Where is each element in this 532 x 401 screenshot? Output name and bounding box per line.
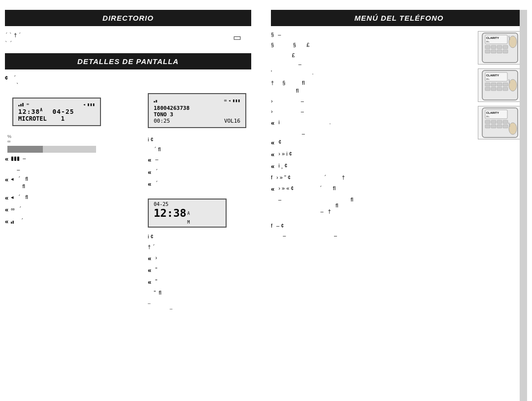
menu-content: § – § § £ £ – ' [271, 31, 473, 238]
svg-rect-14 [503, 45, 508, 49]
sub1-text: i ¸ ¢ [277, 162, 287, 171]
step2-text: § fl fl [276, 79, 304, 95]
svg-rect-3 [11, 222, 12, 224]
svg-text:22+: 22+ [486, 115, 490, 118]
standby-note1: › [154, 254, 157, 263]
battery-desc: ▮▮▮ – [11, 155, 26, 164]
battery-note: – [5, 167, 135, 172]
end-notes: – – [148, 301, 251, 311]
phone-sketch-3: CLARITY 22+ [478, 106, 522, 139]
display-icons-row: ∞ [18, 101, 29, 107]
standby-note2: " [154, 266, 157, 275]
progress-bar [7, 146, 96, 153]
clock-digits: 12:38 [154, 207, 186, 219]
display-caller: MICROTEL 1 [18, 115, 65, 122]
svg-rect-0 [18, 105, 20, 106]
svg-rect-16 [491, 50, 496, 53]
final1: f – ¢ [271, 222, 473, 230]
svg-rect-4 [13, 221, 14, 224]
sub3-text: › » « ¢ ˊ fl [277, 185, 335, 194]
svg-rect-6 [156, 100, 157, 102]
svg-rect-29 [485, 87, 490, 91]
svg-rect-15 [485, 50, 490, 53]
svg-point-19 [509, 36, 517, 48]
svg-rect-17 [497, 50, 502, 53]
call-note1: – [154, 156, 158, 165]
standby-note3: " [154, 278, 157, 287]
bullet-battery: « ▮▮▮ – [5, 155, 135, 164]
progress-fill [7, 146, 43, 153]
phone-sketch-2: CLARITY 22+ [478, 68, 522, 102]
menu-intro3: £ [271, 52, 473, 58]
signal-bars-icon [18, 101, 25, 107]
svg-rect-30 [491, 87, 496, 91]
svg-rect-5 [154, 101, 155, 102]
svg-rect-41 [497, 120, 502, 124]
nav3-text: › » i ¢ [277, 150, 292, 159]
clock-ampm: AM [187, 211, 190, 225]
call-duration: 00:25 [154, 118, 170, 124]
svg-point-47 [509, 123, 517, 134]
svg-rect-42 [503, 120, 508, 124]
right-column: MENÚ DEL TELÉFONO § – § § £ £ [261, 10, 527, 391]
svg-rect-25 [485, 83, 490, 86]
page-container: DIRECTORIO ˊ ˋ † ˊ ˋ ˊ ▭ DETALLES DE PAN… [0, 0, 532, 401]
svg-rect-18 [503, 50, 508, 53]
call-number: 18004263738 [154, 105, 240, 111]
svg-rect-28 [503, 83, 508, 86]
svg-text:22+: 22+ [486, 78, 490, 80]
svg-rect-26 [491, 83, 496, 86]
menu-step3: › – [271, 98, 473, 105]
svg-rect-31 [497, 87, 502, 91]
voicemail-icon: ∞ [27, 102, 29, 106]
display-ext: 04-25 [52, 108, 74, 115]
menu-title: MENÚ DEL TELÉFONO [355, 14, 444, 22]
ringer-sym2: ◂ [11, 194, 14, 202]
display-active-call: ∞ ◂ ▮▮▮ 18004263738 TONO 3 00:25 VOL16 [148, 93, 246, 128]
step3-text: – [275, 98, 304, 105]
menu-intro2: § § £ [271, 41, 473, 49]
details-right: ∞ ◂ ▮▮▮ 18004263738 TONO 3 00:25 VOL16 [143, 74, 251, 311]
call-volume: VOL16 [224, 118, 240, 124]
menu-sub2: f › » " ¢ ˊ † [271, 174, 473, 181]
svg-rect-1 [20, 104, 22, 106]
nav1-text: i . [277, 119, 331, 128]
svg-rect-2 [22, 103, 24, 106]
menu-desc1: – [271, 61, 473, 67]
call-time-vol: 00:25 VOL16 [154, 118, 240, 124]
signal-desc: ˊ ˋ [13, 74, 19, 90]
menu-sub3: « › » « ¢ ˊ fl [271, 185, 473, 194]
nav2-text: ¢ [277, 138, 281, 147]
svg-text:22+: 22+ [486, 40, 490, 43]
clock-time: 12:38 AM [154, 207, 221, 225]
voicemail-icon2: ∞ [224, 98, 227, 103]
menu-intro-text2: § £ [276, 41, 309, 49]
progress-label: %∞ [7, 134, 135, 144]
scrollbar[interactable] [520, 10, 527, 401]
step1-text: . [274, 69, 313, 76]
detail3: – † [278, 208, 473, 214]
signal-sym [11, 217, 17, 226]
detail2: fl [278, 202, 473, 208]
book-icon: ▭ [233, 31, 241, 44]
intro-block: ˊ ˋ † ˊ ˋ ˊ ▭ [5, 31, 251, 47]
svg-rect-11 [485, 45, 490, 49]
display-time: 12:38A [18, 108, 43, 115]
svg-rect-12 [491, 45, 496, 49]
intro-text: ˊ ˋ † ˊ ˋ ˊ [5, 31, 21, 47]
call-signal [154, 97, 161, 104]
ringer-icon2: ◂ [228, 98, 231, 103]
left-column: DIRECTORIO ˊ ˋ † ˊ ˋ ˊ ▭ DETALLES DE PAN… [5, 10, 261, 391]
sect-sym2: § [271, 41, 274, 49]
final1-text: – ¢ [275, 222, 312, 230]
call-subdesc: ˊ fl [148, 146, 251, 153]
end-note1: – [148, 301, 251, 306]
bullet-signal: ¢ ˊ ˋ [5, 74, 135, 90]
bullet-voicemail: « ∞ ˊ [5, 205, 135, 214]
call-note3: ˊ [154, 180, 158, 189]
detail1: – fl [278, 197, 473, 202]
clock-desc: i ¢ † ˊ « › « " « " [148, 233, 251, 296]
nav-sub1: – [271, 131, 473, 136]
menu-nav1: « i . [271, 119, 473, 128]
signal-desc2: ˊ [19, 217, 24, 226]
